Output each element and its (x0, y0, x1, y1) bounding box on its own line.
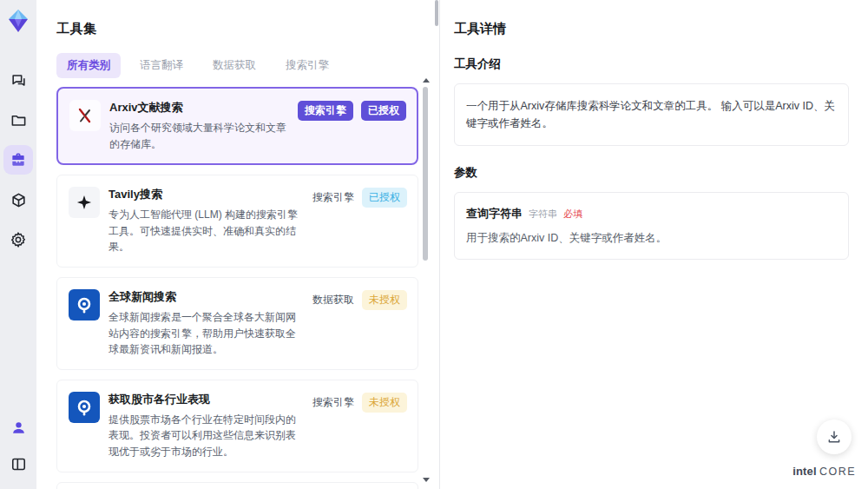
tool-description: 提供股票市场各个行业在特定时间段内的表现。投资者可以利用这些信息来识别表现优于或… (108, 412, 304, 460)
download-icon (826, 429, 842, 445)
gear-icon[interactable] (3, 225, 33, 254)
category-badge: 搜索引擎 (312, 393, 354, 413)
news-globe-icon (75, 295, 94, 314)
tab-1[interactable]: 语言翻译 (129, 53, 194, 78)
cube-icon[interactable] (3, 185, 33, 215)
app-window: 工具集 所有类别语言翻译数据获取搜索引擎 Arxiv文献搜索 访问各个研究领域大… (0, 0, 868, 489)
sparkle-icon (69, 187, 100, 218)
param-required-badge: 必填 (563, 208, 582, 221)
list-scrollbar[interactable] (421, 57, 430, 489)
intro-box: 一个用于从Arxiv存储库搜索科学论文和文章的工具。 输入可以是Arxiv ID… (454, 83, 849, 146)
auth-status-badge: 未授权 (362, 393, 407, 413)
category-badge: 搜索引擎 (312, 188, 354, 208)
param-desc: 用于搜索的Arxiv ID、关键字或作者姓名。 (466, 231, 837, 246)
rail-bottom (3, 413, 33, 479)
auth-status-badge: 未授权 (362, 290, 407, 310)
tool-list-panel: 工具集 所有类别语言翻译数据获取搜索引擎 Arxiv文献搜索 访问各个研究领域大… (36, 0, 434, 489)
tool-card[interactable]: Tavily搜索 专为人工智能代理 (LLM) 构建的搜索引擎工具。可快速提供实… (56, 175, 418, 268)
intel-core-logo: intelCORE (792, 465, 856, 478)
page-title: 工具集 (56, 21, 434, 37)
tool-card[interactable]: Arxiv文献搜索 访问各个研究领域大量科学论文和文章的存储库。 搜索引擎 已授… (56, 87, 418, 165)
panel-toggle-icon[interactable] (3, 449, 33, 479)
tool-description: 专为人工智能代理 (LLM) 构建的搜索引擎工具。可快速提供实时、准确和真实的结… (108, 207, 304, 255)
arxiv-icon (69, 100, 101, 131)
tool-name: Arxiv文献搜索 (109, 100, 289, 116)
download-button[interactable] (817, 420, 852, 454)
tool-description: 访问各个研究领域大量科学论文和文章的存储库。 (109, 120, 289, 152)
tool-card[interactable]: 获取股市各行业表现 提供股票市场各个行业在特定时间段内的表现。投资者可以利用这些… (56, 380, 418, 472)
news-globe-icon (69, 289, 100, 320)
user-icon[interactable] (3, 413, 33, 442)
category-tabs: 所有类别语言翻译数据获取搜索引擎 (56, 53, 434, 78)
auth-status-badge: 已授权 (362, 188, 407, 208)
category-badge: 数据获取 (312, 290, 354, 310)
param-box: 查询字符串 字符串 必填 用于搜索的Arxiv ID、关键字或作者姓名。 (454, 192, 849, 260)
param-type: 字符串 (529, 208, 557, 221)
arxiv-icon (76, 107, 94, 124)
intro-text: 一个用于从Arxiv存储库搜索科学论文和文章的工具。 输入可以是Arxiv ID… (466, 97, 837, 132)
param-name: 查询字符串 (466, 206, 523, 221)
app-logo-gem[interactable] (5, 8, 31, 34)
chat-icon[interactable] (3, 65, 33, 95)
tool-list: Arxiv文献搜索 访问各个研究领域大量科学论文和文章的存储库。 搜索引擎 已授… (56, 87, 434, 489)
detail-title: 工具详情 (454, 21, 849, 37)
rail-nav (3, 65, 33, 254)
tool-name: 全球新闻搜索 (108, 289, 304, 305)
tab-3[interactable]: 搜索引擎 (275, 53, 339, 78)
scrollbar-thumb[interactable] (423, 87, 428, 261)
tool-card[interactable]: 全球新闻搜索 全球新闻搜索是一个聚合全球各大新闻网站内容的搜索引擎，帮助用户快速… (56, 277, 418, 370)
panel-divider (434, 0, 440, 489)
tool-name: Tavily搜索 (108, 187, 304, 202)
tab-2[interactable]: 数据获取 (202, 53, 266, 78)
auth-status-badge: 已授权 (361, 101, 406, 121)
scroll-down-arrow-icon[interactable] (423, 478, 430, 482)
toolbox-icon[interactable] (3, 145, 33, 175)
page-scrollbar-thumb[interactable] (435, 0, 438, 26)
params-heading: 参数 (454, 165, 849, 181)
left-rail (0, 0, 36, 489)
news-globe-icon (69, 392, 100, 423)
tab-0[interactable]: 所有类别 (56, 53, 121, 78)
tool-card[interactable]: 获取市场最活跃股票信息 提供当天交易量最高的股票列表，投资者可以利用这些信息来识… (56, 482, 418, 489)
category-badge: 搜索引擎 (298, 101, 353, 121)
tool-detail-panel: 工具详情 工具介绍 一个用于从Arxiv存储库搜索科学论文和文章的工具。 输入可… (440, 0, 868, 489)
tool-name: 获取股市各行业表现 (108, 392, 304, 407)
scroll-up-arrow-icon[interactable] (423, 78, 430, 83)
tool-description: 全球新闻搜索是一个聚合全球各大新闻网站内容的搜索引擎，帮助用户快速获取全球最新资… (108, 309, 304, 358)
sparkle-icon (76, 195, 92, 210)
folder-icon[interactable] (3, 105, 33, 135)
news-globe-icon (75, 398, 94, 417)
intro-heading: 工具介绍 (454, 56, 849, 72)
